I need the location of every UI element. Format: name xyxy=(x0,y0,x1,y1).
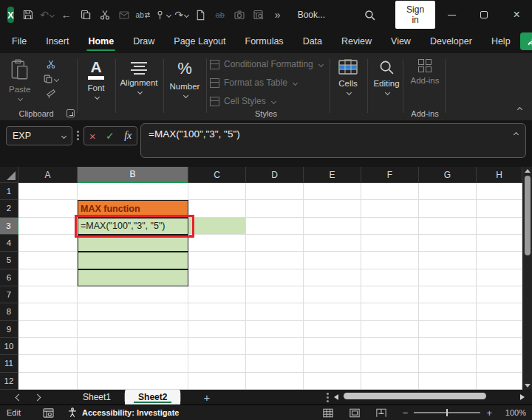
next-sheet-icon[interactable] xyxy=(34,393,41,401)
page-layout-view-icon[interactable] xyxy=(349,408,360,418)
touch-mode-icon[interactable] xyxy=(153,5,172,24)
search-icon[interactable] xyxy=(364,9,376,21)
cell-C6[interactable] xyxy=(188,269,246,286)
page-break-view-icon[interactable] xyxy=(376,408,386,418)
select-all-corner[interactable] xyxy=(0,167,18,183)
cell-H12[interactable] xyxy=(477,373,522,390)
cell-A2[interactable] xyxy=(18,200,78,217)
row-header-3[interactable]: 3 xyxy=(0,218,18,235)
cell-D6[interactable] xyxy=(246,269,304,286)
cell-A5[interactable] xyxy=(18,252,78,269)
cell-G10[interactable] xyxy=(419,338,477,355)
scroll-down-icon[interactable] xyxy=(525,384,531,388)
back-arrow-icon[interactable]: ← xyxy=(57,5,76,24)
close-button[interactable]: × xyxy=(500,0,532,30)
cell-H7[interactable] xyxy=(477,286,522,303)
insert-function-icon[interactable]: fx xyxy=(124,130,132,142)
cell-E4[interactable] xyxy=(304,235,361,252)
cell-E11[interactable] xyxy=(304,355,361,372)
cell-E8[interactable] xyxy=(304,303,361,320)
cell-A11[interactable] xyxy=(18,355,78,372)
cell-D4[interactable] xyxy=(246,235,304,252)
tab-developer[interactable]: Developer xyxy=(429,32,474,51)
accessibility-icon[interactable] xyxy=(67,407,78,418)
cell-F8[interactable] xyxy=(361,303,419,320)
add-sheet-button[interactable]: + xyxy=(203,391,210,404)
cell-C3[interactable] xyxy=(188,218,246,235)
cell-F11[interactable] xyxy=(361,355,419,372)
cell-C1[interactable] xyxy=(188,183,246,200)
cell-H9[interactable] xyxy=(477,321,522,338)
tabs-overflow-dots[interactable] xyxy=(327,396,329,399)
cancel-formula-icon[interactable]: × xyxy=(89,130,96,142)
cell-B11[interactable] xyxy=(78,355,188,372)
alignment-group-button[interactable]: Alignment xyxy=(118,59,160,94)
cell-A7[interactable] xyxy=(18,286,78,303)
cell-B6[interactable] xyxy=(78,269,188,286)
cell-A8[interactable] xyxy=(18,303,78,320)
tab-help[interactable]: Help xyxy=(490,32,512,51)
cell-G9[interactable] xyxy=(419,321,477,338)
cell-F1[interactable] xyxy=(361,183,419,200)
row-header-5[interactable]: 5 xyxy=(0,252,18,269)
cell-H2[interactable] xyxy=(477,200,522,217)
zoom-slider[interactable] xyxy=(414,412,480,413)
cell-H6[interactable] xyxy=(477,269,522,286)
cell-E9[interactable] xyxy=(304,321,361,338)
cell-B9[interactable] xyxy=(78,321,188,338)
cell-G11[interactable] xyxy=(419,355,477,372)
name-box[interactable]: EXP xyxy=(6,126,72,145)
cells-group-button[interactable]: Cells xyxy=(332,59,364,94)
enter-formula-icon[interactable]: ✓ xyxy=(106,130,115,142)
cell-E1[interactable] xyxy=(304,183,361,200)
zoom-level[interactable]: 100% xyxy=(492,408,526,417)
cell-E6[interactable] xyxy=(304,269,361,286)
cell-F7[interactable] xyxy=(361,286,419,303)
row-header-4[interactable]: 4 xyxy=(0,235,18,252)
copy-icon[interactable] xyxy=(76,5,95,24)
cell-D2[interactable] xyxy=(246,200,304,217)
formula-input[interactable]: =MAX("100","3", "5") xyxy=(140,123,526,158)
scroll-up-icon[interactable] xyxy=(525,169,531,173)
column-header-A[interactable]: A xyxy=(18,167,78,183)
cell-G6[interactable] xyxy=(419,269,477,286)
tab-home[interactable]: Home xyxy=(86,32,115,51)
cell-E2[interactable] xyxy=(304,200,361,217)
cell-A4[interactable] xyxy=(18,235,78,252)
redo-icon[interactable]: ↷ xyxy=(172,5,191,24)
cell-G3[interactable] xyxy=(419,218,477,235)
cell-C4[interactable] xyxy=(188,235,246,252)
cell-A3[interactable] xyxy=(18,218,78,235)
cell-H5[interactable] xyxy=(477,252,522,269)
cell-B4[interactable] xyxy=(78,235,188,252)
cell-G7[interactable] xyxy=(419,286,477,303)
row-header-7[interactable]: 7 xyxy=(0,286,18,303)
cell-B12[interactable] xyxy=(78,373,188,390)
row-header-6[interactable]: 6 xyxy=(0,269,18,286)
column-header-B[interactable]: B xyxy=(78,167,188,183)
tab-file[interactable]: File xyxy=(10,32,28,51)
row-header-12[interactable]: 12 xyxy=(0,373,18,390)
column-header-H[interactable]: H xyxy=(477,167,522,183)
horizontal-scrollbar-thumb[interactable] xyxy=(344,393,486,399)
cell-E7[interactable] xyxy=(304,286,361,303)
cell-E5[interactable] xyxy=(304,252,361,269)
cell-F5[interactable] xyxy=(361,252,419,269)
save-icon[interactable] xyxy=(18,5,38,24)
sheet-tab-sheet2[interactable]: Sheet2 xyxy=(125,390,180,404)
cell-A6[interactable] xyxy=(18,269,78,286)
cell-F10[interactable] xyxy=(361,338,419,355)
tab-formulas[interactable]: Formulas xyxy=(244,32,285,51)
cell-F2[interactable] xyxy=(361,200,419,217)
row-header-1[interactable]: 1 xyxy=(0,183,18,200)
cell-H3[interactable] xyxy=(477,218,522,235)
paste-button[interactable]: Paste xyxy=(9,59,30,100)
column-header-G[interactable]: G xyxy=(419,167,477,183)
cell-C11[interactable] xyxy=(188,355,246,372)
cell-G4[interactable] xyxy=(419,235,477,252)
tab-view[interactable]: View xyxy=(389,32,412,51)
row-header-8[interactable]: 8 xyxy=(0,303,18,320)
tab-review[interactable]: Review xyxy=(340,32,373,51)
collapse-ribbon-icon[interactable] xyxy=(516,101,522,114)
cut-icon[interactable] xyxy=(46,59,56,69)
